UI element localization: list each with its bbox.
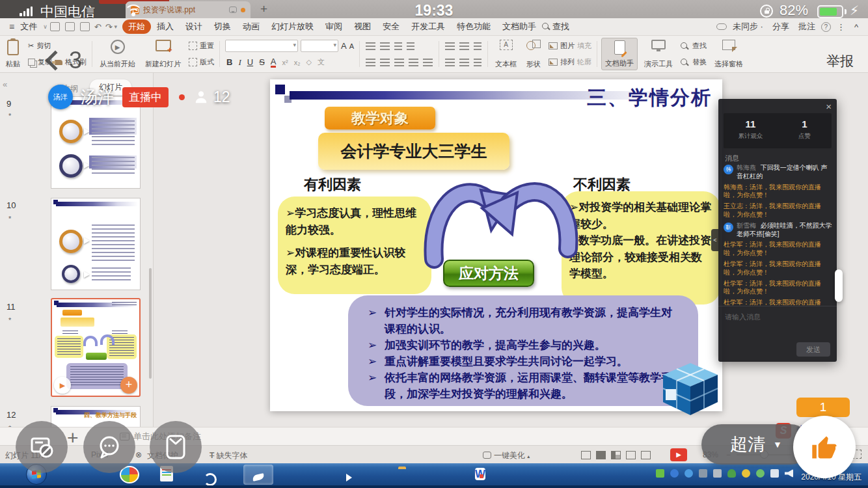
comment-button[interactable]: 批注 — [795, 20, 819, 34]
tab-review[interactable]: 审阅 — [319, 20, 348, 34]
bullets-icon[interactable] — [366, 42, 375, 50]
preview-icon[interactable] — [80, 22, 90, 31]
replace-button[interactable]: 替换 — [679, 57, 708, 68]
grid-view-icon[interactable] — [611, 451, 621, 459]
tab-home[interactable]: 开始 — [122, 20, 151, 34]
sync-status[interactable]: 未同步 · — [729, 20, 766, 34]
add-overlay-button[interactable]: + — [67, 427, 79, 449]
justify-icon[interactable] — [409, 59, 418, 66]
share-button[interactable]: 分享 — [769, 20, 793, 34]
undo-icon[interactable]: ↶ — [94, 22, 102, 32]
tray-monitor-icon[interactable] — [699, 469, 707, 478]
tab-animation[interactable]: 动画 — [237, 20, 265, 34]
quickbar-caret-icon[interactable]: ▾ — [115, 23, 118, 30]
current-view-icon[interactable] — [596, 451, 606, 459]
reading-view-icon[interactable] — [626, 451, 636, 459]
streamer-avatar[interactable]: 汤洋 — [48, 85, 73, 109]
textbox-button[interactable]: A 文本框 — [492, 38, 520, 70]
char-tools-button[interactable]: 文 — [318, 57, 325, 67]
notes-toggle-button[interactable] — [150, 421, 202, 473]
tab-security[interactable]: 安全 — [377, 20, 405, 34]
thumbnail-add-button[interactable]: + — [120, 377, 137, 394]
tab-view[interactable]: 视图 — [348, 20, 377, 34]
tray-printer-icon[interactable] — [713, 469, 722, 478]
taskbar-app-wps[interactable]: W — [475, 468, 485, 480]
collapse-ribbon-icon[interactable]: ^ — [851, 21, 861, 33]
reset-button[interactable]: 重置 — [187, 40, 215, 51]
missing-font-status[interactable]: 缺失字体 — [216, 451, 247, 460]
tab-transition[interactable]: 切换 — [208, 20, 237, 34]
menu-find[interactable]: 查找 — [551, 20, 575, 34]
grow-font-button[interactable]: A — [341, 41, 347, 51]
paste-button[interactable]: 粘贴 — [3, 38, 23, 70]
tab-design[interactable]: 设计 — [180, 20, 208, 34]
more-menu-icon[interactable]: ⋮ — [834, 21, 848, 33]
tab-devtools[interactable]: 开发工具 — [405, 20, 451, 34]
text-direction-icon[interactable] — [474, 42, 481, 50]
subscript-button[interactable]: x₂ — [294, 59, 301, 66]
close-icon[interactable]: × — [826, 101, 832, 112]
tab-features[interactable]: 特色功能 — [451, 20, 496, 34]
shapes-button[interactable]: 形状 — [523, 38, 544, 70]
shrink-font-button[interactable]: A — [349, 42, 354, 50]
like-button[interactable] — [793, 416, 856, 478]
slide-canvas[interactable]: 三、学情分析 教学对象 会计学专业大三学生 有利因素 不利因素 ➢学习态度认真，… — [270, 79, 722, 411]
strikethrough-button[interactable]: S — [259, 57, 265, 67]
send-button[interactable]: 发送 — [796, 342, 830, 357]
message-list[interactable]: 韩 韩海燕 下回我一定借个喇叭 声音杠杠的 韩海燕：汤洋，我来围观你的直播啦，为… — [724, 164, 833, 306]
normal-view-icon[interactable] — [581, 451, 591, 459]
chat-collapse-handle[interactable]: < — [711, 229, 719, 251]
menu-file[interactable]: 文件 — [14, 20, 43, 34]
scroll-thumb[interactable] — [835, 269, 843, 302]
slide-thumbnail-10[interactable] — [51, 198, 141, 290]
tray-battery-icon[interactable] — [656, 469, 664, 478]
align-right-icon[interactable] — [394, 59, 404, 66]
hide-slides-button[interactable] — [16, 421, 68, 473]
align-left-icon[interactable] — [366, 59, 375, 66]
redo-icon[interactable]: ↷ — [105, 22, 113, 32]
sidebar-scrollbar[interactable] — [149, 268, 152, 379]
para-before-icon[interactable] — [445, 59, 455, 66]
tray-cloud-icon[interactable] — [685, 469, 693, 478]
superscript-button[interactable]: x² — [282, 59, 288, 66]
tab-insert[interactable]: 插入 — [151, 20, 180, 34]
italic-button[interactable]: I — [238, 57, 241, 68]
panel-collapse-icon[interactable]: « — [3, 79, 7, 89]
font-color-button[interactable]: A — [271, 57, 277, 68]
line-spacing-icon[interactable] — [445, 42, 455, 50]
chat-input[interactable] — [725, 313, 830, 321]
tab-doc-assistant[interactable]: 文档助手 — [496, 20, 542, 34]
clear-format-button[interactable]: ◇ — [306, 58, 311, 66]
find-button[interactable]: 查找 — [679, 40, 708, 51]
outline-button[interactable]: 轮廓 — [577, 57, 591, 67]
present-tools-button[interactable]: 演示工具 — [641, 38, 676, 70]
help-icon[interactable]: ? — [821, 22, 831, 32]
slideshow-play-button[interactable]: ▶ — [670, 448, 687, 461]
new-slide-button[interactable]: 新建幻灯片 — [142, 38, 184, 70]
tray-volume-icon[interactable] — [785, 469, 793, 478]
report-button[interactable]: 举报 — [826, 52, 854, 70]
align-center-icon[interactable] — [380, 59, 390, 66]
hamburger-icon[interactable]: ≡ — [9, 21, 14, 32]
tray-shield-icon[interactable] — [727, 469, 736, 478]
outdent-icon[interactable] — [394, 42, 402, 50]
doc-assistant-button[interactable]: 文档助手 — [601, 38, 638, 70]
slide-thumbnail-11-selected[interactable]: ▶ + — [51, 298, 141, 397]
underline-button[interactable]: U — [247, 57, 253, 67]
tray-leaf-icon[interactable] — [756, 469, 765, 478]
ios-back-overlay[interactable]: 3 — [48, 47, 82, 74]
fill-button[interactable]: 填充 — [577, 41, 591, 51]
arrange-button[interactable]: 排列 — [560, 57, 575, 67]
indent-icon[interactable] — [407, 42, 414, 50]
tray-gem-icon[interactable] — [670, 469, 679, 478]
selection-pane-button[interactable]: 选择窗格 — [711, 38, 746, 70]
columns-icon[interactable] — [459, 42, 469, 50]
numbering-icon[interactable] — [380, 42, 390, 50]
distribute-icon[interactable] — [423, 59, 433, 66]
font-size-combobox[interactable] — [301, 40, 338, 52]
save-icon[interactable] — [50, 22, 60, 31]
comment-view-icon[interactable] — [641, 451, 651, 459]
print-icon[interactable] — [65, 22, 75, 31]
layout-button[interactable]: 版式 — [187, 57, 215, 68]
tab-slideshow[interactable]: 幻灯片放映 — [265, 20, 319, 34]
